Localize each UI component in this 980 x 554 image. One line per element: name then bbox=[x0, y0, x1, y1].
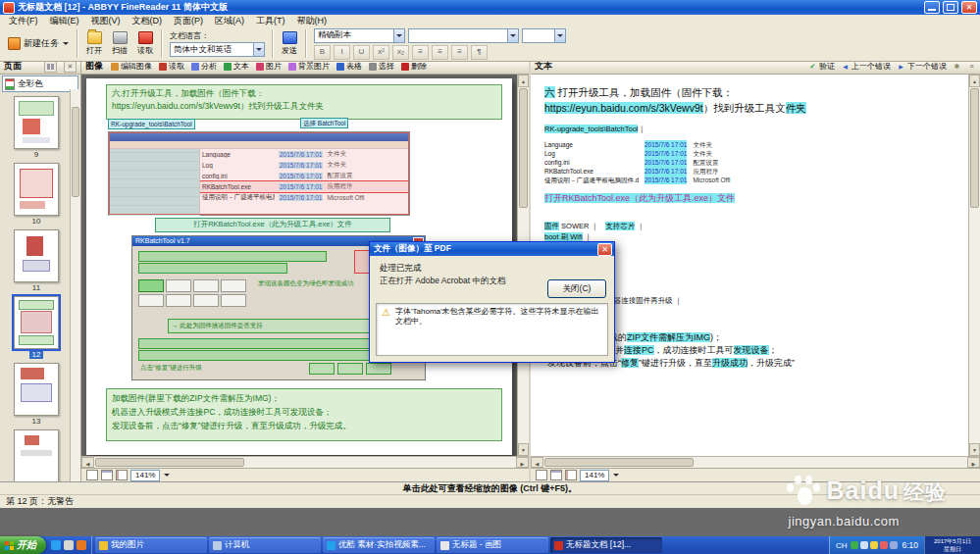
fit-width-icon[interactable] bbox=[101, 470, 113, 480]
date-display[interactable]: 2017年5月1日 星期日 bbox=[924, 536, 980, 554]
verify-button[interactable]: 验证 bbox=[808, 61, 835, 72]
panel-options-button[interactable] bbox=[967, 62, 976, 71]
taskbar-youku[interactable]: 优酷 素材·实拍视频素... bbox=[323, 537, 435, 553]
media-player-icon[interactable] bbox=[77, 540, 86, 550]
pages-view-icon[interactable] bbox=[44, 61, 57, 73]
minimize-button[interactable] bbox=[924, 1, 940, 14]
analyze-page-button[interactable]: 分析 bbox=[188, 61, 220, 72]
bold-icon[interactable]: B bbox=[314, 45, 331, 60]
next-error-button[interactable]: 下一个错误 bbox=[897, 61, 947, 72]
scrollbar-thumb[interactable] bbox=[72, 107, 79, 197]
scroll-left-icon[interactable] bbox=[81, 457, 94, 468]
fit-page-icon[interactable] bbox=[86, 470, 98, 480]
new-task-button[interactable]: 新建任务 bbox=[3, 27, 74, 60]
scroll-up-icon[interactable] bbox=[969, 75, 980, 87]
scrollbar-thumb[interactable] bbox=[95, 458, 244, 467]
document-language-select[interactable]: 简体中文和英语 bbox=[170, 42, 265, 57]
maximize-button[interactable] bbox=[943, 1, 958, 14]
dialog-close-icon[interactable] bbox=[597, 243, 612, 256]
delete-zone-button[interactable]: 删除 bbox=[398, 61, 430, 72]
dialog-titlebar[interactable]: 文件（图像）至 PDF bbox=[370, 242, 614, 256]
send-button[interactable]: 发送 bbox=[277, 27, 302, 60]
fit-width-icon[interactable] bbox=[550, 470, 562, 480]
edit-image-button[interactable]: 编辑图像 bbox=[108, 61, 155, 72]
menu-item[interactable]: 文档(D) bbox=[127, 15, 169, 26]
start-button[interactable]: 开始 bbox=[0, 536, 46, 554]
scan-button[interactable]: 扫描 bbox=[107, 27, 132, 60]
align-center-icon[interactable]: ≡ bbox=[432, 45, 448, 60]
scrollbar-thumb[interactable] bbox=[970, 88, 979, 208]
page-thumbnail-9[interactable]: 9 bbox=[4, 96, 69, 159]
page-thumbnail-12[interactable]: 12 bbox=[4, 296, 69, 359]
image-horizontal-scrollbar[interactable] bbox=[81, 456, 529, 468]
menu-item[interactable]: 视图(V) bbox=[85, 15, 127, 26]
image-zoom-level[interactable]: 141% bbox=[130, 470, 160, 481]
read-page-button[interactable]: 读取 bbox=[156, 61, 187, 72]
update-icon[interactable] bbox=[890, 541, 898, 549]
scroll-right-icon[interactable] bbox=[967, 457, 980, 468]
pages-scrollbar[interactable] bbox=[70, 89, 80, 481]
font-name-select[interactable] bbox=[408, 28, 519, 43]
taskbar-finereader[interactable]: 无标题文档 [12]... bbox=[550, 537, 662, 553]
baidu-watermark: Baidu经验 jingyan.baidu.com bbox=[787, 476, 947, 529]
scroll-right-icon[interactable] bbox=[516, 457, 529, 468]
italic-icon[interactable]: I bbox=[334, 45, 350, 60]
close-button[interactable] bbox=[961, 1, 977, 14]
actual-size-icon[interactable] bbox=[116, 470, 128, 480]
scroll-up-icon[interactable] bbox=[518, 75, 529, 87]
picture-zone-button[interactable]: 图片 bbox=[253, 61, 284, 72]
menu-item[interactable]: 区域(A) bbox=[209, 15, 250, 26]
browser-icon[interactable] bbox=[51, 540, 61, 550]
dialog-close-button[interactable]: 关闭(C) bbox=[547, 279, 606, 298]
align-right-icon[interactable]: ≡ bbox=[451, 45, 468, 60]
page-thumbnail-10[interactable]: 10 bbox=[4, 163, 69, 226]
previous-error-button[interactable]: 上一个错误 bbox=[841, 61, 891, 72]
page-filter-dropdown[interactable]: 全彩色 bbox=[2, 76, 78, 92]
scroll-left-icon[interactable] bbox=[531, 457, 543, 468]
menu-item[interactable]: 文件(F) bbox=[3, 15, 44, 26]
language-indicator[interactable]: CH bbox=[836, 541, 848, 550]
taskbar-my-pictures[interactable]: 我的图片 bbox=[95, 537, 207, 553]
show-desktop-icon[interactable] bbox=[64, 540, 74, 550]
menu-item[interactable]: 帮助(H) bbox=[291, 15, 334, 26]
superscript-icon[interactable]: x² bbox=[373, 45, 389, 60]
open-button[interactable]: 打开 bbox=[81, 27, 107, 60]
background-picture-zone-button[interactable]: 背景图片 bbox=[285, 61, 333, 72]
table-zone-button[interactable]: 表格 bbox=[334, 61, 365, 72]
usb-icon[interactable] bbox=[880, 541, 888, 549]
format-preset-select[interactable]: 精确副本 bbox=[314, 28, 405, 43]
select-zone-button[interactable]: 选择 bbox=[366, 61, 397, 72]
text-vertical-scrollbar[interactable] bbox=[968, 75, 980, 456]
paragraph-mark-icon[interactable]: ¶ bbox=[471, 45, 488, 60]
subscript-icon[interactable]: x₂ bbox=[392, 45, 409, 60]
underline-icon[interactable]: U bbox=[353, 45, 370, 60]
menu-item[interactable]: 编辑(E) bbox=[44, 15, 85, 26]
fit-page-icon[interactable] bbox=[536, 470, 547, 480]
page-thumbnail-11[interactable]: 11 bbox=[4, 229, 69, 292]
page-thumbnail-14[interactable]: 14 bbox=[4, 429, 69, 481]
page-thumbnail-13[interactable]: 13 bbox=[4, 363, 69, 426]
font-size-select[interactable] bbox=[522, 28, 566, 43]
volume-icon[interactable] bbox=[870, 541, 878, 549]
scrollbar-thumb[interactable] bbox=[544, 458, 694, 467]
menu-item[interactable]: 工具(T) bbox=[250, 15, 291, 26]
clock[interactable]: 6:10 bbox=[902, 540, 918, 550]
text-horizontal-scrollbar[interactable] bbox=[531, 456, 980, 468]
taskbar-computer[interactable]: 计算机 bbox=[209, 537, 321, 553]
align-left-icon[interactable]: ≡ bbox=[412, 45, 429, 60]
menu-item[interactable]: 页面(P) bbox=[168, 15, 209, 26]
zoom-dropdown-icon[interactable] bbox=[163, 472, 171, 479]
scroll-down-icon[interactable] bbox=[518, 443, 529, 456]
scroll-down-icon[interactable] bbox=[969, 443, 980, 456]
zoom-dropdown-icon[interactable] bbox=[612, 472, 620, 479]
network-icon[interactable] bbox=[860, 541, 868, 549]
pages-close-icon[interactable] bbox=[64, 61, 77, 73]
read-button[interactable]: 读取 bbox=[132, 27, 158, 60]
text-zone-button[interactable]: 文本 bbox=[221, 61, 252, 72]
actual-size-icon[interactable] bbox=[565, 470, 577, 480]
antivirus-shield-icon[interactable] bbox=[851, 541, 858, 549]
scrollbar-thumb[interactable] bbox=[519, 88, 528, 208]
taskbar-paint[interactable]: 无标题 - 画图 bbox=[437, 537, 548, 553]
text-zoom-level[interactable]: 141% bbox=[580, 470, 609, 481]
text-properties-button[interactable] bbox=[953, 62, 961, 71]
